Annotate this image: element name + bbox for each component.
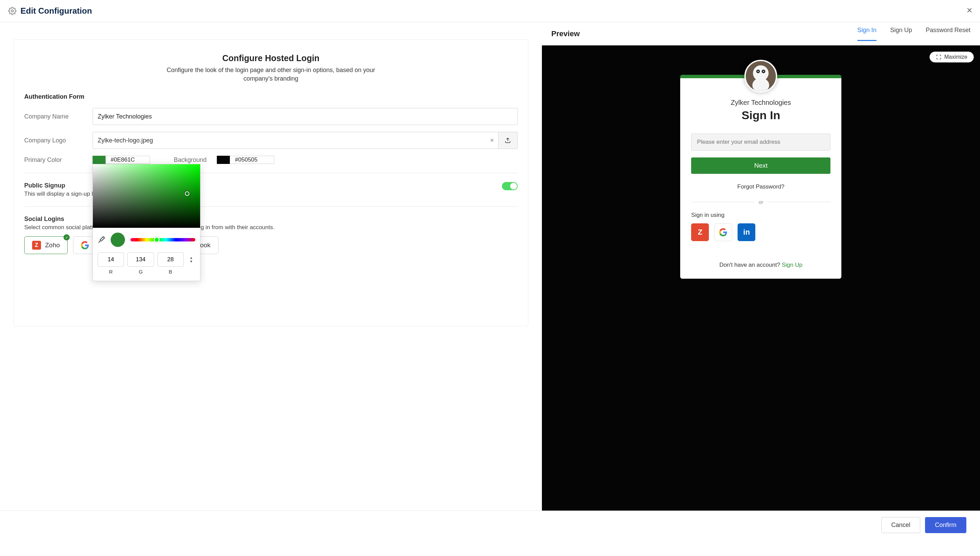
rgb-r-label: R — [109, 269, 113, 275]
no-account-text: Don't have an account? Sign Up — [691, 262, 830, 268]
preview-company-name: Zylker Technologies — [691, 99, 830, 107]
background-color-swatch[interactable] — [217, 156, 230, 164]
background-color-label: Background — [174, 157, 207, 163]
preview-label: Preview — [551, 29, 580, 38]
public-signup-toggle[interactable] — [502, 182, 518, 190]
svg-point-7 — [763, 71, 764, 72]
preview-header: Preview Sign In Sign Up Password Reset — [542, 22, 980, 45]
auth-card: Zylker Technologies Sign In Next Forgot … — [680, 75, 841, 279]
svg-point-6 — [758, 71, 759, 72]
upload-button[interactable] — [499, 132, 518, 149]
upload-icon — [505, 137, 511, 144]
preview-provider-zoho[interactable]: Z — [691, 223, 709, 241]
google-icon — [81, 241, 89, 249]
config-subtitle: Configure the look of the login page and… — [161, 66, 380, 83]
color-mode-toggle[interactable]: ▲▼ — [187, 252, 195, 267]
color-picker-popup: R G B ▲▼ — [92, 164, 200, 281]
rgb-b-input[interactable] — [157, 252, 184, 267]
rgb-g-label: G — [139, 269, 143, 275]
gear-icon — [8, 7, 16, 15]
auth-form-label: Authentication Form — [24, 93, 518, 100]
clear-file-icon[interactable]: ✕ — [490, 137, 494, 143]
modal-header: Edit Configuration ✕ — [0, 0, 980, 22]
preview-next-button[interactable]: Next — [691, 157, 830, 174]
sv-picker[interactable] — [93, 164, 200, 228]
company-name-label: Company Name — [24, 113, 92, 120]
maximize-button[interactable]: Maximize — [930, 52, 974, 63]
maximize-icon — [936, 54, 941, 60]
hue-thumb[interactable] — [153, 237, 160, 243]
company-logo-filename: Zylke-tech-logo.jpeg ✕ — [92, 132, 499, 149]
preview-email-input[interactable] — [691, 134, 830, 150]
or-label: or — [759, 199, 763, 205]
tab-signin[interactable]: Sign In — [857, 27, 877, 41]
config-title: Configure Hosted Login — [24, 53, 518, 63]
google-icon — [719, 228, 727, 236]
rgb-b-label: B — [169, 269, 172, 275]
background-color-hex[interactable]: #050505 — [230, 156, 274, 164]
tab-signup[interactable]: Sign Up — [890, 27, 912, 41]
primary-color-swatch[interactable] — [92, 156, 105, 164]
hue-slider[interactable] — [131, 238, 195, 241]
check-icon: ✓ — [63, 234, 69, 241]
cancel-button[interactable]: Cancel — [882, 517, 920, 533]
zoho-icon: Z — [32, 241, 41, 250]
rgb-g-input[interactable] — [128, 252, 153, 267]
primary-color-label: Primary Color — [24, 157, 92, 163]
social-option-zoho[interactable]: ✓ Z Zoho — [24, 236, 68, 254]
eyedropper-icon[interactable] — [98, 236, 105, 244]
close-button[interactable]: ✕ — [966, 6, 972, 15]
preview-area: Maximize Zylker Technologies Sign In Nex… — [542, 45, 980, 511]
sign-in-using-label: Sign in using — [691, 212, 830, 218]
company-logo-label: Company Logo — [24, 137, 92, 144]
preview-forgot-link[interactable]: Forgot Password? — [691, 183, 830, 190]
preview-signup-link[interactable]: Sign Up — [781, 262, 802, 268]
svg-point-0 — [11, 10, 13, 12]
sv-cursor[interactable] — [185, 191, 189, 196]
modal-title: Edit Configuration — [21, 6, 92, 16]
social-label: Zoho — [45, 241, 60, 249]
selected-color-swatch — [111, 233, 125, 247]
company-name-input[interactable] — [92, 108, 518, 125]
avatar — [744, 60, 777, 92]
preview-provider-google[interactable] — [714, 223, 732, 241]
modal-footer: Cancel Confirm — [0, 511, 980, 539]
preview-signin-title: Sign In — [691, 108, 830, 122]
primary-color-hex[interactable]: #0E861C — [105, 156, 150, 164]
preview-provider-linkedin[interactable]: in — [738, 223, 755, 241]
tab-password-reset[interactable]: Password Reset — [926, 27, 970, 41]
confirm-button[interactable]: Confirm — [925, 517, 966, 533]
rgb-r-input[interactable] — [98, 252, 124, 267]
